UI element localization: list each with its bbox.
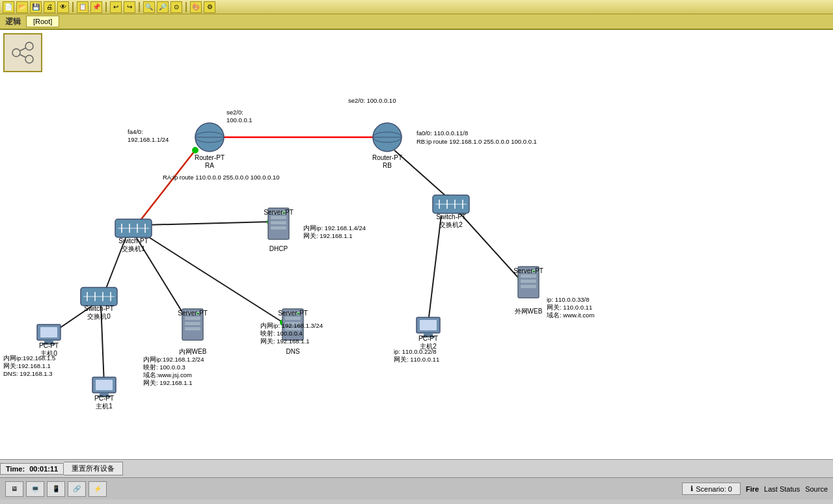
svg-text:RA: RA	[205, 162, 214, 169]
svg-text:域名: www.it.com: 域名: www.it.com	[546, 312, 594, 319]
svg-text:DNS: DNS	[286, 348, 299, 355]
svg-text:内网ip:  192.168.1.3/24: 内网ip: 192.168.1.3/24	[260, 322, 323, 329]
toolbar-print[interactable]: 🖨	[44, 1, 55, 13]
svg-rect-115	[40, 327, 57, 338]
svg-text:Switch-PT: Switch-PT	[84, 305, 114, 312]
svg-text:Server-PT: Server-PT	[178, 310, 208, 317]
root-tab[interactable]: [Root]	[26, 16, 59, 27]
svg-text:PC-PT: PC-PT	[39, 342, 59, 349]
svg-text:映射:  100.0.0.3: 映射: 100.0.0.3	[143, 364, 185, 371]
svg-text:网关:192.168.1.1: 网关:192.168.1.1	[3, 362, 51, 369]
time-label: Time: 00:01:11	[0, 463, 64, 475]
svg-text:DNS: 192.168.1.3: DNS: 192.168.1.3	[3, 370, 53, 377]
scenario-icon-1[interactable]: 🖥	[5, 481, 23, 497]
toolbar-sep2	[105, 2, 107, 12]
svg-text:交换机2: 交换机2	[439, 221, 463, 228]
svg-text:网关: 110.0.0.11: 网关: 110.0.0.11	[394, 356, 439, 363]
svg-text:网关: 192.168.1.1: 网关: 192.168.1.1	[143, 379, 192, 386]
toolbar: 📄 📂 💾 🖨 👁 📋 📌 ↩ ↪ 🔍 🔎 ⊙ 🎨 ⚙	[0, 0, 833, 14]
svg-text:DHCP: DHCP	[269, 245, 288, 252]
svg-rect-86	[271, 226, 286, 230]
svg-text:se2/0: 100.0.0.10: se2/0: 100.0.0.10	[348, 97, 396, 104]
toolbar-copy[interactable]: 📋	[77, 1, 89, 13]
fire-label: Fire	[746, 485, 759, 493]
toolbar-preview[interactable]: 👁	[57, 1, 69, 13]
toolbar-undo[interactable]: ↩	[110, 1, 122, 13]
svg-text:PC-PT: PC-PT	[94, 395, 114, 402]
svg-text:100.0.0.1: 100.0.0.1	[226, 116, 253, 124]
svg-text:内网ip:192.168.1.2/24: 内网ip:192.168.1.2/24	[143, 356, 204, 363]
toolbar-sep4	[185, 2, 187, 12]
svg-text:Switch-PT: Switch-PT	[436, 213, 466, 220]
toolbar-custom[interactable]: ⚙	[204, 1, 215, 13]
svg-line-44	[428, 215, 441, 323]
svg-text:域名:www.jsj.com: 域名:www.jsj.com	[143, 371, 192, 378]
scenario-icon-3[interactable]: 📱	[47, 481, 65, 497]
svg-rect-127	[420, 320, 437, 330]
svg-text:Router-PT: Router-PT	[195, 154, 225, 161]
toolbar-new[interactable]: 📄	[3, 1, 14, 13]
svg-text:Server-PT: Server-PT	[513, 267, 543, 274]
svg-text:Server-PT: Server-PT	[264, 209, 294, 216]
tabbar: 逻辑 [Root]	[0, 14, 833, 30]
toolbar-save[interactable]: 💾	[30, 1, 42, 13]
svg-text:RB:ip route 192.168.1.0 255.0.: RB:ip route 192.168.1.0 255.0.0.0 100.0.…	[416, 138, 537, 145]
scenario-icon-5[interactable]: ⚡	[89, 481, 107, 497]
svg-text:外网WEB: 外网WEB	[515, 308, 543, 315]
time-value: 00:01:11	[29, 465, 58, 473]
svg-line-27	[137, 150, 195, 225]
svg-text:RB: RB	[383, 162, 392, 169]
svg-text:Switch-PT: Switch-PT	[118, 237, 148, 245]
svg-text:内网ip:192.168.1.5: 内网ip:192.168.1.5	[3, 354, 55, 362]
svg-point-5	[0, 30, 14, 44]
svg-text:192.168.1.1/24: 192.168.1.1/24	[128, 136, 169, 143]
svg-text:ip: 110.0.0.33/8: ip: 110.0.0.33/8	[547, 296, 590, 303]
scenario-icon-2[interactable]: 💻	[26, 481, 44, 497]
svg-text:内网WEB: 内网WEB	[179, 348, 207, 355]
svg-rect-110	[521, 285, 536, 288]
toolbar-zoom-out[interactable]: 🔎	[157, 1, 169, 13]
toolbar-open[interactable]: 📂	[16, 1, 28, 13]
svg-text:主机1: 主机1	[96, 403, 113, 410]
svg-text:映射:   100.0.0.4: 映射: 100.0.0.4	[260, 330, 303, 337]
svg-text:RA:ip route 110.0.0.0 255.0.0.: RA:ip route 110.0.0.0 255.0.0.0 100.0.0.…	[163, 174, 280, 181]
scenariobar: 🖥 💻 📱 🔗 ⚡ ℹ Scenario: 0 Fire Last Status…	[0, 477, 833, 499]
svg-text:se2/0:: se2/0:	[226, 109, 243, 116]
svg-text:交换机0: 交换机0	[87, 313, 111, 320]
svg-rect-92	[285, 317, 301, 320]
network-diagram: Router-PT RA Router-PT RB Switch-PT 交换机1	[0, 30, 833, 459]
svg-rect-109	[521, 280, 536, 283]
scenario-label: Scenario: 0	[696, 485, 732, 493]
reset-button[interactable]: 重置所有设备	[64, 462, 123, 475]
last-status-label: Last Status	[764, 485, 800, 493]
toolbar-paste[interactable]: 📌	[90, 1, 102, 13]
svg-text:fa0/0: 110.0.0.11/8: fa0/0: 110.0.0.11/8	[416, 129, 468, 137]
toolbar-zoom-in[interactable]: 🔍	[143, 1, 155, 13]
svg-rect-16	[0, 30, 9, 33]
toolbar-palette[interactable]: 🎨	[190, 1, 202, 13]
svg-text:内网ip: 192.168.1.4/24: 内网ip: 192.168.1.4/24	[303, 224, 366, 232]
svg-text:PC-PT: PC-PT	[418, 335, 438, 342]
svg-rect-121	[96, 380, 113, 390]
svg-point-28	[192, 147, 198, 153]
svg-rect-85	[271, 221, 286, 224]
scenario-icon-4[interactable]: 🔗	[68, 481, 86, 497]
network-canvas[interactable]: Router-PT RA Router-PT RB Switch-PT 交换机1	[0, 30, 833, 459]
svg-rect-22	[0, 38, 5, 40]
toolbar-sep3	[139, 2, 140, 12]
svg-rect-23	[0, 40, 8, 42]
svg-rect-17	[0, 35, 9, 39]
toolbar-redo[interactable]: ↪	[124, 1, 135, 13]
svg-text:Server-PT: Server-PT	[278, 310, 308, 317]
svg-rect-101	[185, 322, 200, 325]
svg-point-6	[0, 30, 14, 35]
toolbar-zoom-reset[interactable]: ⊙	[171, 1, 182, 13]
toolbar-sep1	[72, 2, 74, 12]
svg-text:fa4/0:: fa4/0:	[128, 128, 143, 135]
svg-text:Router-PT: Router-PT	[372, 154, 402, 161]
svg-line-32	[143, 222, 270, 225]
svg-text:网关: 192.168.1.1: 网关: 192.168.1.1	[303, 232, 352, 239]
svg-rect-13	[0, 30, 12, 47]
svg-rect-108	[521, 274, 536, 278]
svg-text:交换机1: 交换机1	[122, 245, 145, 252]
